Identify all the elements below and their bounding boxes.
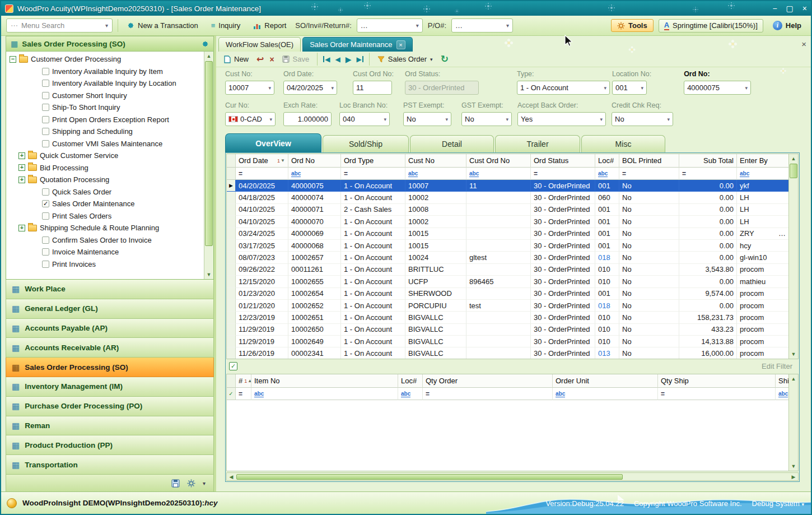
grid-row[interactable]: 09/26/2022000112611 - On AccountBRITTLUC… (227, 264, 798, 276)
subtab-sold-ship[interactable]: Sold/Ship (323, 135, 409, 152)
dropdown-arrow-icon[interactable]: ▾ (268, 85, 271, 91)
pin-icon[interactable] (202, 40, 209, 48)
debug-system-dropdown[interactable]: Debug System ▾ (752, 499, 804, 508)
module-button-purchase-order-processing-po[interactable]: ▦Purchase Order Processing (PO) (6, 397, 214, 416)
scrollbar-thumb[interactable] (790, 164, 797, 178)
tree-leaf-item[interactable]: Shipping and Scheduling (6, 126, 203, 138)
column-header[interactable]: Cust No (405, 154, 466, 168)
column-header[interactable]: #1▲ (236, 374, 251, 388)
tree-scrollbar[interactable]: ▲ ▼ (204, 52, 213, 279)
tree-leaf-item[interactable]: Invoice Maintenance (6, 246, 203, 258)
delete-icon[interactable]: × (269, 55, 274, 64)
tree-folder-item[interactable]: +Quotation Processing (6, 174, 203, 186)
field-input[interactable]: No▾ (403, 112, 451, 126)
checkbox-icon[interactable] (42, 236, 49, 244)
field-input[interactable]: 11 (353, 81, 392, 95)
menu-search-input[interactable]: ⋯ Menu Search ▾ (6, 18, 113, 33)
column-header[interactable]: Order Unit (553, 374, 658, 388)
dropdown-arrow-icon[interactable]: ▾ (331, 85, 334, 91)
field-input[interactable]: 1.000000 (283, 112, 332, 126)
record-type-dropdown[interactable]: Sales Order ▾ (375, 54, 435, 64)
column-header[interactable]: Ord Type (341, 154, 405, 168)
subtab-misc[interactable]: Misc (581, 135, 665, 152)
grid-row[interactable]: 12/23/2019100026511 - On AccountBIGVALLC… (227, 312, 798, 323)
checkbox-icon[interactable] (42, 80, 49, 87)
filter-cell[interactable]: abc (405, 168, 466, 180)
filter-cell[interactable]: abc (737, 168, 790, 180)
module-button-work-place[interactable]: ▦Work Place (6, 280, 214, 299)
checkbox-icon[interactable] (42, 116, 49, 123)
tree-leaf-item[interactable]: Print Invoices (6, 258, 203, 271)
footer-more-icon[interactable]: ▾ (203, 480, 206, 486)
grid-row[interactable]: 12/15/2020100026551 - On AccountUCFP8964… (227, 276, 798, 287)
new-button[interactable]: New (222, 54, 251, 64)
save-layout-icon[interactable] (171, 479, 180, 488)
dropdown-arrow-icon[interactable]: ▾ (641, 85, 643, 91)
horizontal-scrollbar[interactable]: ◀ ▶ (226, 472, 799, 481)
grid-row[interactable]: 04/10/2025400000712 - Cash Sales1000830 … (227, 204, 798, 216)
checkbox-icon[interactable] (42, 212, 49, 220)
module-button-accounts-receivable-ar[interactable]: ▦Accounts Receivable (AR) (6, 338, 214, 358)
filter-enabled-checkbox[interactable]: ✓ (229, 362, 237, 370)
first-record-button[interactable]: ◀ (323, 55, 330, 63)
scroll-down-icon[interactable]: ▼ (204, 270, 213, 279)
field-input[interactable]: 40000075▾ (684, 81, 751, 95)
checkbox-icon[interactable] (42, 248, 49, 256)
tree-folder-item[interactable]: −Customer Order Processing (6, 53, 203, 66)
tree-leaf-item[interactable]: ✓Sales Order Maintenance (6, 198, 203, 210)
tools-button[interactable]: Tools (611, 19, 654, 32)
grid-row[interactable]: 11/29/2019100026501 - On AccountBIGVALLC… (227, 324, 798, 336)
checkbox-icon[interactable] (42, 92, 49, 99)
grid-row[interactable]: 01/21/2020100026521 - On AccountPORCUPIU… (227, 300, 798, 312)
filter-cell[interactable]: = (619, 168, 679, 180)
field-input[interactable]: Yes▾ (517, 112, 606, 126)
next-record-button[interactable]: ▶ (346, 55, 352, 64)
filter-cell[interactable]: abc (288, 168, 341, 180)
column-header[interactable]: Ord Date1▼ (236, 154, 288, 168)
filter-cell[interactable]: = (236, 388, 251, 400)
column-header[interactable]: Ord Status (531, 154, 595, 168)
tree-leaf-item[interactable]: Confirm Sales Order to Invoice (6, 234, 203, 247)
tree-leaf-item[interactable]: Customer VMI Sales Maintenance (6, 138, 203, 150)
module-button-accounts-payable-ap[interactable]: ▦Accounts Payable (AP) (6, 319, 214, 338)
collapse-icon[interactable]: − (10, 56, 16, 63)
dropdown-arrow-icon[interactable]: ▾ (604, 85, 606, 91)
filter-cell[interactable]: abc (251, 388, 398, 400)
inquiry-button[interactable]: ≡ Inquiry (207, 20, 245, 31)
scroll-right-icon[interactable]: ▶ (789, 474, 798, 480)
column-header[interactable]: Ord No (288, 154, 341, 168)
subtab-detail[interactable]: Detail (410, 135, 494, 152)
column-header[interactable]: Cust Ord No (466, 154, 531, 168)
scroll-down-icon[interactable]: ▼ (789, 462, 798, 471)
subtab-trailer[interactable]: Trailer (495, 135, 580, 152)
column-header[interactable]: Enter By (737, 154, 790, 168)
maximize-button[interactable]: ▢ (786, 4, 794, 13)
checkbox-icon[interactable] (42, 104, 49, 111)
filter-cell[interactable]: = (658, 388, 776, 400)
so-combo[interactable]: … ▾ (357, 18, 423, 33)
filter-cell[interactable]: = (341, 168, 405, 180)
field-input[interactable]: 040▾ (339, 112, 390, 126)
module-button-product-production-pp[interactable]: ▦Product Production (PP) (6, 435, 214, 455)
tree-folder-item[interactable]: +Bid Processing (6, 162, 203, 174)
subtab-overview[interactable]: OverView (225, 133, 321, 152)
tree-leaf-item[interactable]: Print Open Orders Exception Report (6, 114, 203, 126)
undo-icon[interactable]: ↩ (256, 54, 264, 64)
dropdown-arrow-icon[interactable]: ▾ (384, 117, 386, 122)
column-header[interactable]: Qty Order (423, 374, 553, 388)
expand-icon[interactable]: + (18, 164, 25, 171)
filter-cell[interactable]: abc (398, 388, 423, 400)
tree-folder-item[interactable]: +Quick Customer Service (6, 150, 203, 162)
font-theme-button[interactable]: A Springtime [Calibri(150%)] (659, 19, 763, 33)
field-input[interactable]: 10007▾ (225, 81, 274, 95)
help-button[interactable]: i Help (768, 19, 806, 32)
scrollbar-thumb[interactable] (236, 474, 623, 480)
field-input[interactable]: 1 - On Account▾ (517, 81, 610, 95)
grid-row[interactable]: 03/24/2025400000691 - On Account1001530 … (227, 228, 798, 240)
column-header[interactable]: Item No (251, 374, 398, 388)
checkbox-icon[interactable] (42, 140, 49, 147)
grid-row[interactable]: 03/17/2025400000681 - On Account1001530 … (227, 240, 798, 252)
field-input[interactable]: No▾ (461, 112, 512, 126)
expand-icon[interactable]: + (18, 152, 25, 159)
expand-icon[interactable]: + (18, 177, 25, 183)
